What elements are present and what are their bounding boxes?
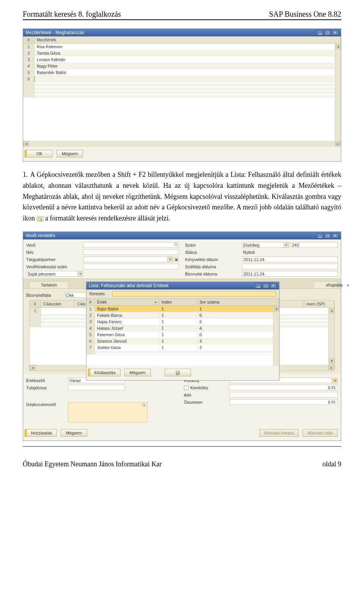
input-vevohivatkozas[interactable]: [83, 264, 179, 269]
label-kerekites: Kerekítés: [190, 385, 229, 390]
cancel-button[interactable]: Mégsem: [124, 369, 151, 376]
ok-button[interactable]: OK: [26, 150, 53, 157]
input-ado[interactable]: [229, 392, 338, 398]
grid-header: # Mezőérték: [23, 36, 341, 44]
sort-asc-icon[interactable]: ▴: [155, 300, 157, 304]
row-value[interactable]: Balambér Bálint: [35, 69, 341, 76]
value-status: Nyitott: [242, 249, 338, 255]
list-row[interactable]: 3Hajas Ferenc15: [86, 319, 279, 325]
checkbox-kerekites[interactable]: [184, 385, 188, 390]
cancel-button[interactable]: Mégsem: [56, 150, 83, 157]
vertical-scrollbar[interactable]: ▴: [273, 306, 279, 366]
scroll-down-icon[interactable]: ▾: [329, 359, 334, 364]
input-nev[interactable]: [83, 249, 179, 255]
list-row[interactable]: 1Bajor Bálint11: [86, 306, 279, 312]
label-vevo: Vevő: [26, 243, 83, 247]
col-num[interactable]: #: [23, 36, 35, 43]
close-icon[interactable]: ✕: [332, 30, 339, 35]
window-sales-order: Vevői rendelés ▁ ▢ ✕ Vevő Név Tárgyalópa…: [23, 231, 341, 441]
select-button[interactable]: Kiválasztás: [89, 369, 121, 376]
list-row[interactable]: 2Fekete Barna16: [86, 312, 279, 319]
minimize-icon[interactable]: ▁: [317, 30, 323, 35]
titlebar-udv[interactable]: Lista: Felhasználó által definiált Érték…: [86, 282, 279, 289]
minimize-icon[interactable]: ▁: [255, 283, 262, 288]
scroll-up-icon[interactable]: ▴: [274, 306, 279, 312]
col-num[interactable]: #: [30, 300, 41, 307]
select-penznem[interactable]: Saját pénznem▾: [26, 271, 83, 277]
row-value[interactable]: Tamás Géza: [35, 50, 341, 56]
grid-body: 1Kiss Kelemen 2Tamás Géza 3Lovass Kálmán…: [23, 44, 341, 141]
body-paragraph: 1.A Gépkocsivezetők mezőben a Shift + F2…: [23, 169, 341, 224]
dropdown-icon[interactable]: ▾: [167, 257, 173, 262]
textarea-gepkocsivezeto[interactable]: [68, 402, 147, 423]
copy-source-button[interactable]: Másolás forrása: [259, 429, 299, 437]
scroll-left-icon[interactable]: ◂: [23, 141, 29, 146]
label-tulajdonos: Tulajdonos: [26, 385, 68, 390]
dropdown-icon[interactable]: ▾: [77, 271, 83, 276]
input-kerekites[interactable]: 0 Ft: [229, 385, 338, 390]
row-num: 6: [23, 76, 35, 82]
col-sorszama[interactable]: Sor száma: [197, 299, 279, 305]
maximize-icon[interactable]: ▢: [262, 283, 269, 288]
page-header-right: SAP Business One 8.82: [269, 10, 341, 19]
copy-target-button[interactable]: Másolás célja: [303, 429, 338, 437]
lookup-icon[interactable]: [174, 243, 178, 247]
close-icon[interactable]: ✕: [332, 233, 339, 238]
input-tulajdonos[interactable]: [68, 385, 125, 390]
horizontal-scrollbar[interactable]: ◂ ▸: [23, 141, 341, 147]
page-footer-left: Óbudai Egyetem Neumann János Informatika…: [23, 460, 162, 468]
scroll-up-icon[interactable]: ▴: [336, 44, 341, 49]
input-szam[interactable]: 242: [291, 242, 338, 248]
input-osszesen[interactable]: 0 Ft: [229, 399, 338, 405]
page-footer-right: oldal 9: [323, 460, 342, 468]
tab-tartalom[interactable]: Tartalom: [29, 281, 69, 288]
scroll-up-icon[interactable]: ▴: [329, 308, 334, 313]
label-bizonylat-datum: Bizonylat dátuma: [185, 272, 242, 276]
row-value[interactable]: Nagy Péter: [35, 63, 341, 69]
col-osszesen[interactable]: esen (SP): [304, 300, 334, 307]
scroll-right-icon[interactable]: ▸: [328, 365, 334, 370]
input-kereses[interactable]: [112, 291, 276, 297]
row-value[interactable]: Lovass Kálmán: [35, 57, 341, 63]
magnifier-icon: [37, 216, 44, 222]
col-num[interactable]: #: [86, 299, 95, 305]
maximize-icon[interactable]: ▢: [324, 30, 331, 35]
row-value[interactable]: Kiss Kelemen: [35, 44, 341, 50]
col-cikkszam[interactable]: Cikkszám: [41, 300, 75, 307]
link-arrow-icon[interactable]: ➔: [333, 378, 338, 383]
label-szam: Szám: [185, 243, 242, 247]
scroll-right-icon[interactable]: ▸: [335, 141, 341, 146]
magnifier-icon[interactable]: [142, 403, 146, 407]
input-szallitas-datum[interactable]: [242, 264, 338, 269]
titlebar-sales-order[interactable]: Vevői rendelés ▁ ▢ ✕: [23, 232, 341, 239]
input-targyalopartner[interactable]: ▾: [83, 256, 173, 262]
title-text: Mezőértékek - Meghatározás: [25, 30, 84, 35]
row-value[interactable]: [35, 76, 341, 82]
row-num: 2: [23, 50, 35, 56]
add-button[interactable]: Hozzáadás: [26, 429, 57, 437]
list-row[interactable]: 6Szamos Jánosű13: [86, 338, 279, 345]
input-konyvelesi-datum[interactable]: 2011.11.24: [242, 256, 338, 262]
input-vevo[interactable]: [83, 242, 179, 248]
col-index[interactable]: Index: [159, 299, 197, 305]
col-ertek[interactable]: Érték▴: [95, 299, 159, 305]
cancel-button[interactable]: Mégsem: [61, 429, 87, 437]
list-row[interactable]: 7Széles Géza12: [86, 345, 279, 351]
titlebar-field-values[interactable]: Mezőértékek - Meghatározás ▁ ▢ ✕: [23, 29, 341, 36]
tab-osszefoglalas[interactable]: efoglalás▾: [315, 281, 338, 288]
list-row[interactable]: 5Kelemen Géza10: [86, 332, 279, 338]
select-szam-type[interactable]: Elsődleg▾: [242, 242, 289, 248]
vertical-scrollbar[interactable]: ▴▾: [328, 308, 334, 365]
new-button[interactable]: Új: [165, 369, 191, 376]
list-row[interactable]: 4Halass József14: [86, 325, 279, 332]
window-field-values: Mezőértékek - Meghatározás ▁ ▢ ✕ # Mezőé…: [23, 28, 341, 162]
minimize-icon[interactable]: ▁: [317, 233, 323, 238]
vertical-scrollbar[interactable]: ▴: [335, 44, 341, 141]
col-value[interactable]: Mezőérték: [35, 36, 341, 43]
scroll-left-icon[interactable]: ◂: [30, 365, 36, 370]
close-icon[interactable]: ✕: [270, 283, 277, 288]
dropdown-icon[interactable]: ▾: [284, 242, 289, 247]
input-bizonylat-datum[interactable]: 2011.11.24: [242, 271, 338, 277]
contact-icon[interactable]: ▣: [174, 257, 179, 262]
maximize-icon[interactable]: ▢: [324, 233, 331, 238]
